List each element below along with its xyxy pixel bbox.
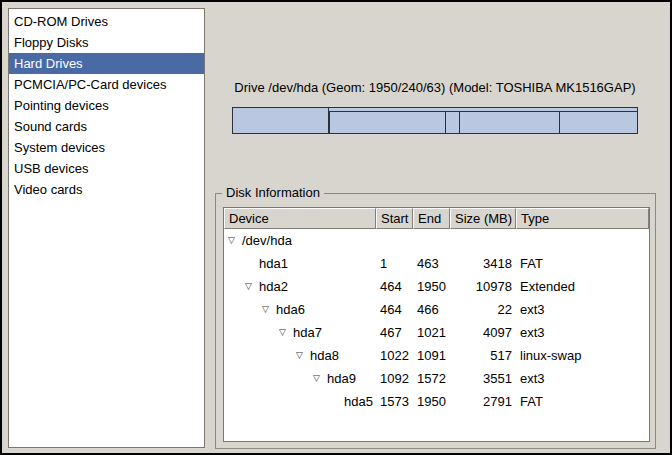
end-cell: 1091 xyxy=(413,344,450,367)
device-name: hda1 xyxy=(259,252,288,275)
end-cell: 1021 xyxy=(413,321,450,344)
end-cell xyxy=(413,229,450,252)
end-cell: 1950 xyxy=(413,275,450,298)
type-cell: FAT xyxy=(516,390,649,413)
end-cell: 463 xyxy=(413,252,450,275)
table-row-hda8[interactable]: ▽hda810221091517linux-swap xyxy=(224,344,649,367)
device-name: hda8 xyxy=(310,344,339,367)
type-cell xyxy=(516,229,649,252)
table-row-hda7[interactable]: ▽hda746710214097ext3 xyxy=(224,321,649,344)
expander-icon[interactable]: ▽ xyxy=(245,275,259,298)
size-cell: 10978 xyxy=(450,275,516,298)
table-body: ▽/dev/hdahda114633418FAT▽hda246419501097… xyxy=(224,229,649,413)
sidebar-list[interactable]: CD-ROM DrivesFloppy DisksHard DrivesPCMC… xyxy=(8,8,205,448)
table-row-hda6[interactable]: ▽hda646446622ext3 xyxy=(224,298,649,321)
device-name: /dev/hda xyxy=(242,229,292,252)
end-cell: 1572 xyxy=(413,367,450,390)
type-cell: FAT xyxy=(516,252,649,275)
disk-information-label: Disk Information xyxy=(222,185,324,200)
end-cell: 466 xyxy=(413,298,450,321)
column-header-type[interactable]: Type xyxy=(516,208,649,229)
size-cell: 517 xyxy=(450,344,516,367)
partition-segment-extended xyxy=(329,108,637,133)
type-cell: Extended xyxy=(516,275,649,298)
column-header-end[interactable]: End xyxy=(413,208,450,229)
partition-segment-hda7 xyxy=(329,112,444,133)
device-cell: ▽/dev/hda xyxy=(224,229,376,252)
sidebar-item-video-cards[interactable]: Video cards xyxy=(9,179,204,200)
type-cell: linux-swap xyxy=(516,344,649,367)
sidebar-item-pointing-devices[interactable]: Pointing devices xyxy=(9,95,204,116)
type-cell: ext3 xyxy=(516,298,649,321)
start-cell: 1573 xyxy=(376,390,413,413)
column-header-size-mb[interactable]: Size (MB) xyxy=(450,208,516,229)
size-cell xyxy=(450,229,516,252)
sidebar-item-sound-cards[interactable]: Sound cards xyxy=(9,116,204,137)
partition-segment-hda5 xyxy=(559,112,637,133)
partition-bar xyxy=(232,107,638,134)
sidebar-item-pcmcia-pc-card-devices[interactable]: PCMCIA/PC-Card devices xyxy=(9,74,204,95)
start-cell: 1 xyxy=(376,252,413,275)
size-cell: 4097 xyxy=(450,321,516,344)
start-cell: 464 xyxy=(376,298,413,321)
start-cell: 464 xyxy=(376,275,413,298)
sidebar-item-floppy-disks[interactable]: Floppy Disks xyxy=(9,32,204,53)
device-cell: ▽hda7 xyxy=(224,321,376,344)
expander-icon[interactable]: ▽ xyxy=(279,321,293,344)
device-cell: ▽hda2 xyxy=(224,275,376,298)
table-row-hda5[interactable]: hda5157319502791FAT xyxy=(224,390,649,413)
device-name: hda5 xyxy=(344,390,373,413)
device-cell: ▽hda9 xyxy=(224,367,376,390)
type-cell: ext3 xyxy=(516,321,649,344)
drive-title: Drive /dev/hda (Geom: 1950/240/63) (Mode… xyxy=(218,80,652,95)
start-cell: 467 xyxy=(376,321,413,344)
sidebar-item-hard-drives[interactable]: Hard Drives xyxy=(9,53,204,74)
table-row-hda2[interactable]: ▽hda2464195010978Extended xyxy=(224,275,649,298)
partition-segment-hda9 xyxy=(459,112,559,133)
table-row-hda1[interactable]: hda114633418FAT xyxy=(224,252,649,275)
column-header-start[interactable]: Start xyxy=(376,208,413,229)
extended-partition-region xyxy=(329,111,637,133)
sidebar-item-usb-devices[interactable]: USB devices xyxy=(9,158,204,179)
expander-icon[interactable]: ▽ xyxy=(262,298,276,321)
device-cell: ▽hda6 xyxy=(224,298,376,321)
table-header: DeviceStartEndSize (MB)Type xyxy=(224,208,649,229)
device-name: hda9 xyxy=(327,367,356,390)
sidebar-item-cd-rom-drives[interactable]: CD-ROM Drives xyxy=(9,11,204,32)
table-row-dev-hda[interactable]: ▽/dev/hda xyxy=(224,229,649,252)
start-cell: 1092 xyxy=(376,367,413,390)
type-cell: ext3 xyxy=(516,367,649,390)
end-cell: 1950 xyxy=(413,390,450,413)
table-row-hda9[interactable]: ▽hda9109215723551ext3 xyxy=(224,367,649,390)
partition-table: DeviceStartEndSize (MB)Type ▽/dev/hdahda… xyxy=(223,207,650,442)
device-name: hda6 xyxy=(276,298,305,321)
device-cell: hda1 xyxy=(224,252,376,275)
partition-segment-primary xyxy=(233,108,329,133)
sidebar-item-system-devices[interactable]: System devices xyxy=(9,137,204,158)
device-cell: hda5 xyxy=(224,390,376,413)
device-name: hda7 xyxy=(293,321,322,344)
hardware-browser-window: CD-ROM DrivesFloppy DisksHard DrivesPCMC… xyxy=(0,0,672,455)
disk-information-frame: Disk Information DeviceStartEndSize (MB)… xyxy=(215,193,656,449)
partition-segment-hda8 xyxy=(445,112,459,133)
expander-icon[interactable]: ▽ xyxy=(296,344,310,367)
size-cell: 22 xyxy=(450,298,516,321)
start-cell: 1022 xyxy=(376,344,413,367)
column-header-device[interactable]: Device xyxy=(224,208,376,229)
device-name: hda2 xyxy=(259,275,288,298)
size-cell: 3418 xyxy=(450,252,516,275)
size-cell: 3551 xyxy=(450,367,516,390)
expander-icon[interactable]: ▽ xyxy=(228,229,242,252)
device-cell: ▽hda8 xyxy=(224,344,376,367)
start-cell xyxy=(376,229,413,252)
size-cell: 2791 xyxy=(450,390,516,413)
expander-icon[interactable]: ▽ xyxy=(313,367,327,390)
